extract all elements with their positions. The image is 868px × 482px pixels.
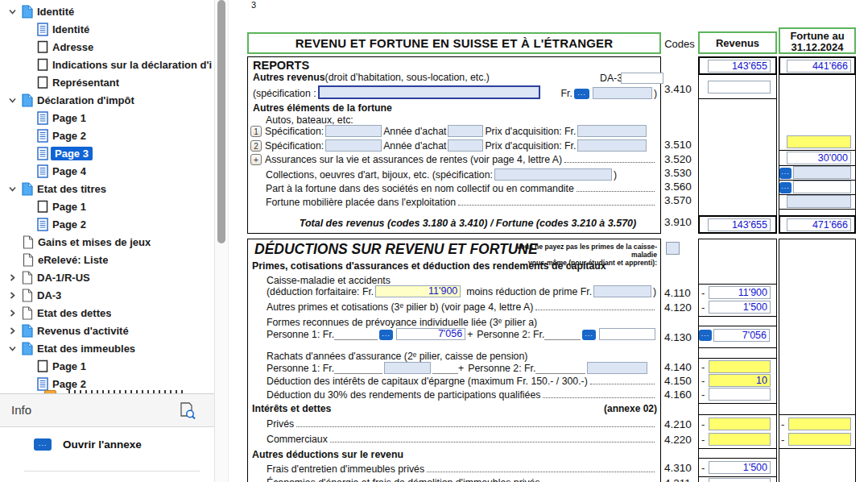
sidebar-item[interactable]: Page 1 bbox=[0, 357, 214, 375]
sidebar-item[interactable]: Page 2 bbox=[0, 215, 214, 233]
sidebar-item[interactable]: Page 1 bbox=[0, 197, 214, 215]
chevron-right-icon[interactable] bbox=[6, 272, 18, 283]
fortune-4220-input[interactable] bbox=[788, 433, 851, 446]
revenus-4150-value[interactable]: 10 bbox=[709, 374, 771, 387]
personne1-label: Personne 1: Fr. bbox=[267, 329, 334, 340]
revenus-4220-input[interactable] bbox=[709, 433, 771, 446]
sidebar-item[interactable]: Représentant bbox=[0, 73, 214, 91]
revenus-4110-value[interactable]: 11'900 bbox=[709, 286, 771, 299]
fr-amount-input[interactable] bbox=[593, 87, 652, 99]
interets-dettes-label: Intérêts et dettes bbox=[252, 403, 331, 414]
scrollbar-thumb[interactable] bbox=[217, 0, 225, 243]
sidebar-item[interactable]: eRelevé: Liste bbox=[0, 251, 214, 268]
fortune-3530-input[interactable] bbox=[793, 166, 851, 179]
ellipsis-button-icon[interactable]: ... bbox=[582, 330, 596, 340]
ellipsis-button-icon[interactable]: ... bbox=[779, 168, 792, 179]
auto1-prix-input[interactable] bbox=[577, 125, 647, 137]
da3-input[interactable] bbox=[621, 73, 663, 84]
collections-input[interactable] bbox=[494, 168, 612, 181]
sidebar-item-label: Adresse bbox=[52, 41, 93, 53]
revenus-4311-input[interactable] bbox=[709, 478, 771, 482]
sidebar-item[interactable]: Revenus d'activité bbox=[0, 322, 214, 339]
ellipsis-button-icon[interactable]: ... bbox=[379, 330, 394, 340]
sidebar-item[interactable]: DA-3 bbox=[0, 286, 214, 304]
sidebar-item[interactable]: Déclaration d'impôt bbox=[0, 91, 214, 109]
auto1-annee-input[interactable] bbox=[448, 125, 483, 137]
sidebar-item[interactable]: Indications sur la déclaration d'i bbox=[0, 56, 214, 73]
fortune-3510-input[interactable] bbox=[787, 135, 851, 148]
sidebar-item[interactable]: Page 2 bbox=[0, 127, 214, 144]
sidebar-item[interactable]: Identité bbox=[0, 20, 214, 38]
revenus-4140-input[interactable] bbox=[709, 360, 771, 373]
dotted-leader bbox=[458, 205, 655, 206]
ellipsis-button-icon[interactable]: ... bbox=[699, 330, 712, 341]
sidebar-item-label: Page 4 bbox=[52, 165, 86, 177]
open-annex-button[interactable]: ... Ouvrir l'annexe bbox=[32, 438, 142, 451]
revenus-4120-value[interactable]: 1'500 bbox=[709, 301, 771, 314]
sidebar-scrollbar[interactable] bbox=[214, 0, 229, 482]
chevron-right-icon[interactable] bbox=[6, 307, 18, 318]
doc-search-icon[interactable] bbox=[179, 401, 196, 421]
specification-row: (spécification : Fr. ... ) bbox=[253, 85, 657, 99]
revenus-4210-input[interactable] bbox=[709, 418, 771, 430]
fortune-3570-input[interactable] bbox=[787, 195, 851, 208]
column-divider bbox=[698, 458, 777, 459]
chevron-down-icon[interactable] bbox=[6, 183, 18, 194]
revenus-3410-input[interactable] bbox=[708, 81, 771, 93]
collections-row: Collections, oeuvres d'art, bijoux, etc.… bbox=[266, 168, 657, 181]
sidebar-item[interactable]: DA-1/R-US bbox=[0, 268, 214, 286]
sidebar-item-label: Page 2 bbox=[52, 378, 86, 390]
column-divider bbox=[698, 316, 777, 317]
sidebar-item[interactable]: Etat des dettes bbox=[0, 304, 214, 322]
ellipsis-button-icon[interactable]: ... bbox=[34, 438, 52, 451]
add-row-button[interactable]: + bbox=[250, 154, 262, 165]
revenus-4130-value[interactable]: 7'056 bbox=[713, 329, 770, 342]
ellipsis-button-icon[interactable]: ... bbox=[779, 182, 792, 193]
auto2-prix-input[interactable] bbox=[577, 139, 647, 152]
sidebar-item[interactable]: Adresse bbox=[0, 38, 214, 56]
reports-revenus-value[interactable]: 143'655 bbox=[708, 60, 771, 73]
auto2-specification-input[interactable] bbox=[325, 139, 382, 152]
rachats-p1-input[interactable] bbox=[384, 362, 431, 374]
caisse-maladie-checkbox[interactable] bbox=[666, 242, 680, 255]
revenus-4310-value[interactable]: 1'500 bbox=[709, 461, 771, 474]
sidebar-item-label: Revenus d'activité bbox=[37, 325, 129, 337]
sidebar-item[interactable]: Etat des titres bbox=[0, 180, 214, 197]
sidebar-item-label: Page 1 bbox=[52, 360, 86, 372]
specification-input[interactable] bbox=[318, 85, 540, 99]
sidebar-item-label: DA-1/R-US bbox=[37, 272, 90, 284]
chevron-down-icon[interactable] bbox=[6, 94, 18, 106]
forfait-label: (déduction forfaitaire: Fr. bbox=[267, 286, 374, 297]
pilier3a-p1-input[interactable]: 7'056 bbox=[396, 328, 465, 340]
chevron-right-icon[interactable] bbox=[6, 289, 18, 301]
chevron-down-icon[interactable] bbox=[6, 6, 18, 17]
row-2-button[interactable]: 2 bbox=[250, 140, 262, 152]
total-fortune-value[interactable]: 471'666 bbox=[787, 218, 851, 231]
reduction-prime-input[interactable] bbox=[593, 285, 651, 297]
chevron-down-icon[interactable] bbox=[6, 343, 18, 354]
rachats-p2-input[interactable] bbox=[587, 362, 647, 374]
revenus-4160-input[interactable] bbox=[709, 388, 771, 401]
reports-fortune-value[interactable]: 441'666 bbox=[787, 60, 851, 73]
fortune-3520-value[interactable]: 30'000 bbox=[787, 152, 851, 164]
fortune-3560-input[interactable] bbox=[793, 181, 851, 193]
total-revenus-value[interactable]: 143'655 bbox=[708, 218, 771, 231]
part-fortune-label: Part à la fortune dans des sociétés en n… bbox=[266, 183, 574, 194]
ellipsis-button-icon[interactable]: ... bbox=[574, 89, 589, 99]
sidebar-item[interactable]: Identité bbox=[0, 2, 214, 20]
sidebar-item[interactable]: Page 3 bbox=[0, 144, 214, 162]
pilier3a-p2-input[interactable] bbox=[599, 328, 655, 340]
sidebar-item[interactable]: Page 4 bbox=[0, 162, 214, 180]
form-title: REVENU ET FORTUNE EN SUISSE ET À L'ÉTRAN… bbox=[249, 34, 659, 53]
sidebar-item[interactable]: Etat des immeubles bbox=[0, 339, 214, 357]
chevron-right-icon[interactable] bbox=[6, 325, 18, 336]
economies-energie-label: Économies d'énergie et frais de démoliti… bbox=[267, 477, 540, 482]
fortune-4210-input[interactable] bbox=[788, 418, 851, 430]
forfait-input[interactable]: 11'900 bbox=[375, 285, 461, 297]
row-1-button[interactable]: 1 bbox=[250, 126, 262, 137]
sidebar-item[interactable]: Gains et mises de jeux bbox=[0, 233, 214, 251]
auto2-annee-input[interactable] bbox=[448, 139, 483, 152]
auto1-specification-input[interactable] bbox=[325, 125, 382, 137]
sidebar-item[interactable]: Page 1 bbox=[0, 109, 214, 127]
total-row-label: Total des revenus (codes 3.180 à 3.410) … bbox=[280, 218, 655, 229]
